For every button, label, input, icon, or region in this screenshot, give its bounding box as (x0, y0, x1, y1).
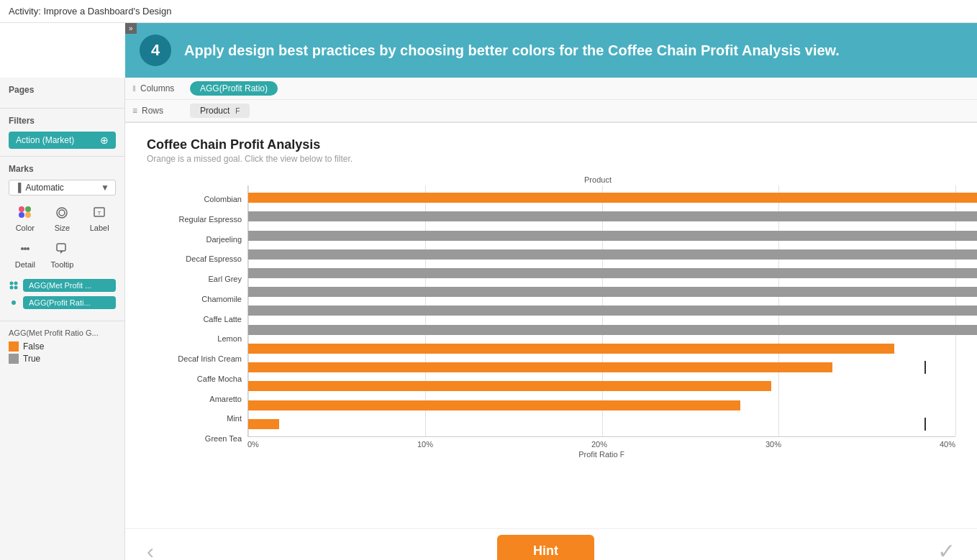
hint-button[interactable]: Hint (497, 535, 594, 560)
color-label: Color (16, 224, 35, 232)
legend-false-color (9, 341, 19, 352)
y-label: Caffe Mocha (197, 375, 242, 383)
detail-label: Detail (15, 260, 35, 269)
color-control[interactable]: Color (9, 203, 42, 235)
bar (248, 211, 977, 221)
mark-pill-1[interactable]: AGG(Met Profit ... (23, 279, 116, 292)
svg-text:T: T (98, 210, 101, 216)
top-bar: Activity: Improve a Dashboard's Design (0, 0, 977, 23)
bars-container[interactable] (247, 185, 955, 437)
bar-row[interactable] (248, 323, 955, 336)
y-label: Decaf Espresso (186, 255, 242, 263)
legend-true-label: True (23, 354, 40, 364)
label-icon: T (92, 206, 106, 221)
y-label: Colombian (204, 196, 242, 203)
chart-area[interactable]: Coffee Chain Profit Analysis Orange is a… (125, 123, 977, 528)
y-label: Darjeeling (206, 236, 242, 244)
bar-marker (924, 361, 926, 374)
rows-pill[interactable]: Product F (190, 104, 250, 118)
bar-row[interactable] (248, 342, 955, 355)
marks-type-label: Automatic (26, 183, 64, 193)
bar-marker (924, 418, 926, 431)
tooltip-control[interactable]: Tooltip (46, 239, 79, 272)
svg-point-15 (14, 286, 18, 290)
bar-row[interactable] (248, 399, 955, 412)
main-layout: Pages Filters Action (Market) ⊕ Marks ▐ … (0, 78, 977, 560)
filter-pill-text: Action (Market) (16, 135, 74, 145)
marks-section: Marks ▐ Automatic ▼ Color (0, 157, 124, 321)
bar-row[interactable] (248, 267, 955, 280)
bar-row[interactable] (248, 304, 955, 317)
bar-row[interactable] (248, 191, 955, 204)
bar (248, 419, 279, 429)
check-mark[interactable]: ✓ (937, 538, 955, 560)
filter-link-icon: ⊕ (100, 134, 109, 146)
y-label: Mint (227, 415, 242, 423)
bottom-nav: ‹ Hint ✓ (125, 528, 977, 560)
label-control[interactable]: T Label (83, 203, 116, 235)
bar-row[interactable] (248, 418, 955, 431)
svg-point-16 (12, 300, 16, 305)
collapse-button[interactable]: » (125, 23, 137, 34)
marks-type-dropdown[interactable]: ▐ Automatic ▼ (9, 180, 116, 196)
activity-title: Activity: Improve a Dashboard's Design (9, 6, 171, 17)
rows-icon: ≡ (132, 106, 137, 116)
bar (248, 400, 740, 410)
chart-right: 0%10%20%30%40% Profit Ratio F (247, 185, 955, 459)
bar (248, 249, 977, 260)
back-arrow[interactable]: ‹ (147, 539, 154, 561)
columns-shelf: ⦀ Columns AGG(Profit Ratio) (125, 78, 977, 100)
rows-shelf: ≡ Rows Product F (125, 100, 977, 122)
svg-rect-11 (57, 244, 65, 251)
svg-point-4 (57, 208, 67, 218)
label-label: Label (90, 224, 109, 232)
y-label: Chamomile (201, 295, 242, 303)
marks-controls-grid: Color Size T Label (9, 203, 116, 272)
bar-row[interactable] (248, 248, 955, 261)
y-axis-title-top: Product (240, 175, 955, 184)
filters-label: Filters (9, 116, 116, 126)
detail-icon (18, 242, 32, 258)
rows-label: ≡ Rows (132, 106, 190, 116)
svg-point-2 (19, 212, 24, 218)
bar-row[interactable] (248, 285, 955, 298)
bar-row[interactable] (248, 229, 955, 242)
bar-row[interactable] (248, 361, 955, 374)
svg-point-9 (24, 247, 27, 250)
y-label: Amaretto (209, 395, 242, 403)
pill-dots-icon-2 (9, 298, 19, 308)
svg-point-12 (10, 282, 14, 285)
y-label: Regular Espresso (179, 216, 242, 224)
bar (248, 362, 832, 372)
svg-point-10 (27, 247, 29, 250)
filter-action-market[interactable]: Action (Market) ⊕ (9, 132, 116, 149)
bar (248, 193, 977, 203)
detail-control[interactable]: Detail (9, 239, 42, 272)
y-label: Decaf Irish Cream (178, 355, 242, 363)
columns-label: ⦀ Columns (132, 83, 190, 93)
bar (248, 268, 977, 278)
columns-icon: ⦀ (132, 83, 136, 93)
color-dots-icon (18, 206, 32, 221)
y-label: Earl Grey (209, 275, 242, 283)
mark-pill-2[interactable]: AGG(Profit Rati... (23, 296, 116, 309)
size-control[interactable]: Size (46, 203, 79, 235)
x-label: 10% (417, 440, 433, 449)
x-label: 20% (591, 440, 607, 449)
chart-y-labels: ColombianRegular EspressoDarjeelingDecaf… (147, 185, 247, 459)
filters-section: Filters Action (Market) ⊕ (0, 109, 124, 157)
columns-pill[interactable]: AGG(Profit Ratio) (190, 81, 278, 96)
svg-point-5 (59, 210, 65, 216)
chart-title: Coffee Chain Profit Analysis (147, 137, 955, 152)
bar (248, 381, 771, 391)
pill-dots-icon-1 (9, 280, 19, 290)
content-area: ⦀ Columns AGG(Profit Ratio) ≡ Rows Produ… (125, 78, 977, 560)
shelf-bar: ⦀ Columns AGG(Profit Ratio) ≡ Rows Produ… (125, 78, 977, 123)
x-label: 0% (247, 440, 259, 449)
y-label: Lemon (217, 335, 242, 343)
legend-false-label: False (23, 341, 44, 352)
sort-icon: F (620, 451, 624, 459)
bar-row[interactable] (248, 380, 955, 393)
bar-row[interactable] (248, 210, 955, 223)
size-icon (55, 206, 69, 221)
